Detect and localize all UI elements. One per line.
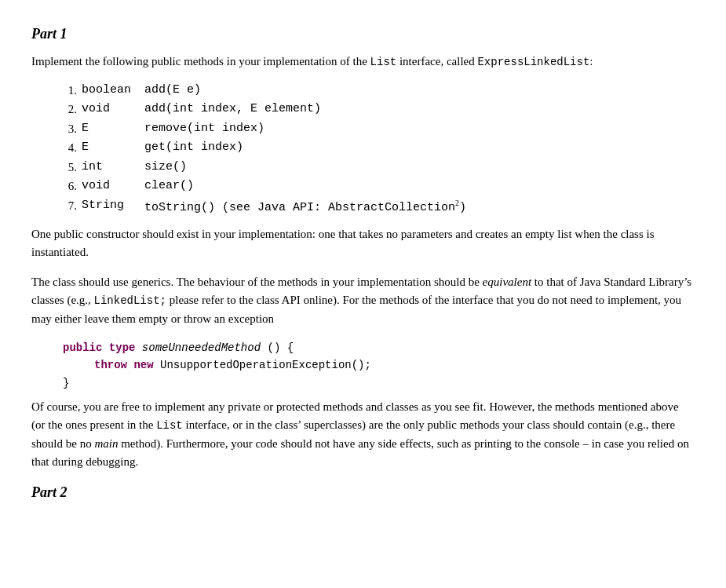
- method-num: 1.: [63, 81, 82, 100]
- free-text-3: method). Furthermore, your code should n…: [31, 437, 689, 468]
- code-line-2: throw new UnsupportedOperationException(…: [63, 356, 695, 374]
- method-sig: remove(int index): [144, 119, 472, 139]
- table-row: 6. void clear(): [63, 177, 472, 196]
- method-type: boolean: [82, 81, 144, 100]
- generics-italic: equivalent: [483, 276, 531, 288]
- method-sig: clear(): [144, 177, 472, 196]
- method-num: 5.: [63, 158, 82, 177]
- part2-title: Part 2: [31, 482, 695, 503]
- free-list-code: List: [156, 419, 183, 432]
- method-num: 2.: [63, 100, 82, 119]
- table-row: 5. int size(): [63, 158, 472, 177]
- part1-section: Part 1 Implement the following public me…: [31, 24, 695, 503]
- table-row: 4. E get(int index): [63, 138, 472, 158]
- unsupported-text: UnsupportedOperationException();: [160, 359, 371, 371]
- table-row: 1. boolean add(E e): [63, 81, 472, 100]
- intro-cont: interface, called: [396, 55, 477, 68]
- method-type: void: [82, 100, 144, 119]
- generics-paragraph: The class should use generics. The behav…: [31, 273, 695, 328]
- keyword-throw: throw: [94, 359, 127, 371]
- intro-end: :: [589, 55, 593, 68]
- intro-class-code: ExpressLinkedList: [477, 56, 589, 68]
- part1-title: Part 1: [31, 24, 695, 45]
- method-name-italic: someUnneededMethod: [142, 341, 261, 354]
- code-block: public type someUnneededMethod () { thro…: [63, 339, 695, 392]
- keyword-new: new: [133, 359, 153, 371]
- free-paragraph: Of course, you are free to implement any…: [31, 398, 695, 471]
- keyword-public: public: [63, 341, 102, 354]
- table-row: 3. E remove(int index): [63, 119, 472, 139]
- method-sig: add(int index, E element): [144, 100, 472, 119]
- method-sig: add(E e): [144, 81, 472, 100]
- method-type: String: [82, 196, 144, 218]
- method-sig: size(): [144, 158, 472, 177]
- intro-text: Implement the following public methods i…: [31, 55, 370, 68]
- table-row: 7. String toString() (see Java API: Abst…: [63, 196, 472, 218]
- method-num: 6.: [63, 177, 82, 196]
- method-parens: () {: [267, 341, 294, 354]
- method-num: 3.: [63, 119, 82, 139]
- methods-table: 1. boolean add(E e) 2. void add(int inde…: [63, 81, 472, 218]
- generics-code: LinkedList;: [94, 294, 166, 307]
- method-num: 4.: [63, 138, 82, 158]
- code-line-1: public type someUnneededMethod () {: [63, 339, 695, 356]
- free-italic-main: main: [94, 437, 118, 450]
- method-type: E: [82, 138, 144, 158]
- code-line-3: }: [63, 374, 695, 392]
- method-type: E: [82, 119, 144, 139]
- intro-list-code: List: [370, 56, 397, 68]
- method-type: int: [82, 158, 144, 177]
- method-num: 7.: [63, 196, 82, 218]
- keyword-type: type: [109, 341, 136, 354]
- constructor-paragraph: One public constructor should exist in y…: [31, 225, 695, 262]
- method-type: void: [82, 177, 144, 196]
- method-sig: toString() (see Java API: AbstractCollec…: [144, 196, 472, 218]
- method-sig: get(int index): [144, 138, 472, 158]
- intro-paragraph: Implement the following public methods i…: [31, 53, 695, 71]
- table-row: 2. void add(int index, E element): [63, 100, 472, 119]
- generics-text-1: The class should use generics. The behav…: [31, 276, 483, 288]
